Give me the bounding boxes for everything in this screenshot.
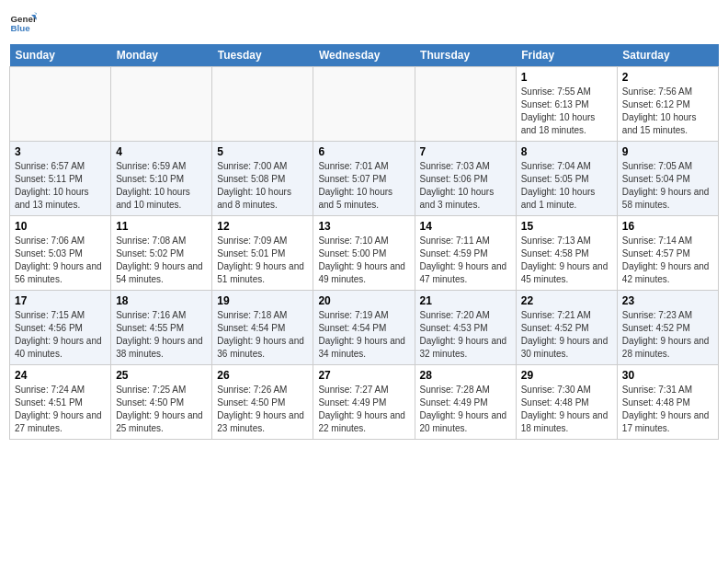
calendar-cell — [415, 67, 516, 142]
day-number: 21 — [420, 294, 511, 307]
day-number: 15 — [521, 220, 612, 233]
day-number: 4 — [116, 145, 207, 158]
page-header: General Blue — [9, 9, 719, 37]
day-number: 12 — [217, 220, 308, 233]
day-number: 1 — [521, 71, 612, 84]
calendar-cell: 5Sunrise: 7:00 AM Sunset: 5:08 PM Daylig… — [212, 142, 313, 216]
calendar-cell: 10Sunrise: 7:06 AM Sunset: 5:03 PM Dayli… — [10, 216, 111, 291]
day-info: Sunrise: 7:25 AM Sunset: 4:50 PM Dayligh… — [116, 384, 207, 435]
day-number: 11 — [116, 220, 207, 233]
day-info: Sunrise: 7:11 AM Sunset: 4:59 PM Dayligh… — [420, 235, 511, 286]
day-number: 5 — [217, 145, 308, 158]
calendar-cell: 24Sunrise: 7:24 AM Sunset: 4:51 PM Dayli… — [10, 365, 111, 440]
calendar-cell: 25Sunrise: 7:25 AM Sunset: 4:50 PM Dayli… — [111, 365, 212, 440]
day-info: Sunrise: 7:13 AM Sunset: 4:58 PM Dayligh… — [521, 235, 612, 286]
calendar-cell: 2Sunrise: 7:56 AM Sunset: 6:12 PM Daylig… — [617, 67, 718, 142]
day-number: 24 — [15, 369, 106, 382]
calendar-cell: 21Sunrise: 7:20 AM Sunset: 4:53 PM Dayli… — [415, 291, 516, 365]
day-number: 7 — [420, 145, 511, 158]
day-info: Sunrise: 7:20 AM Sunset: 4:53 PM Dayligh… — [420, 309, 511, 361]
day-info: Sunrise: 6:59 AM Sunset: 5:10 PM Dayligh… — [116, 160, 207, 212]
calendar-cell: 26Sunrise: 7:26 AM Sunset: 4:50 PM Dayli… — [212, 365, 313, 440]
day-number: 27 — [318, 369, 409, 382]
calendar-cell — [10, 67, 111, 142]
weekday-header: Tuesday — [212, 44, 313, 67]
day-info: Sunrise: 7:55 AM Sunset: 6:13 PM Dayligh… — [521, 86, 612, 137]
calendar-cell: 28Sunrise: 7:28 AM Sunset: 4:49 PM Dayli… — [415, 365, 516, 440]
day-info: Sunrise: 7:27 AM Sunset: 4:49 PM Dayligh… — [318, 384, 409, 435]
day-info: Sunrise: 7:56 AM Sunset: 6:12 PM Dayligh… — [622, 86, 713, 137]
day-number: 8 — [521, 145, 612, 158]
day-info: Sunrise: 7:09 AM Sunset: 5:01 PM Dayligh… — [217, 235, 308, 286]
day-info: Sunrise: 7:01 AM Sunset: 5:07 PM Dayligh… — [318, 160, 409, 212]
calendar-cell: 13Sunrise: 7:10 AM Sunset: 5:00 PM Dayli… — [313, 216, 415, 291]
day-info: Sunrise: 7:26 AM Sunset: 4:50 PM Dayligh… — [217, 384, 308, 435]
calendar-cell — [212, 67, 313, 142]
calendar-cell — [111, 67, 212, 142]
day-info: Sunrise: 7:19 AM Sunset: 4:54 PM Dayligh… — [318, 309, 409, 361]
day-number: 13 — [318, 220, 409, 233]
day-info: Sunrise: 7:04 AM Sunset: 5:05 PM Dayligh… — [521, 160, 612, 212]
day-info: Sunrise: 7:05 AM Sunset: 5:04 PM Dayligh… — [622, 160, 713, 212]
day-number: 16 — [622, 220, 713, 233]
day-number: 29 — [521, 369, 612, 382]
calendar-cell: 15Sunrise: 7:13 AM Sunset: 4:58 PM Dayli… — [516, 216, 617, 291]
day-number: 6 — [318, 145, 409, 158]
day-number: 14 — [420, 220, 511, 233]
logo: General Blue — [9, 9, 42, 37]
calendar-cell: 16Sunrise: 7:14 AM Sunset: 4:57 PM Dayli… — [617, 216, 718, 291]
calendar-cell: 4Sunrise: 6:59 AM Sunset: 5:10 PM Daylig… — [111, 142, 212, 216]
day-info: Sunrise: 7:24 AM Sunset: 4:51 PM Dayligh… — [15, 384, 106, 435]
day-info: Sunrise: 7:08 AM Sunset: 5:02 PM Dayligh… — [116, 235, 207, 286]
day-number: 19 — [217, 294, 308, 307]
day-number: 22 — [521, 294, 612, 307]
weekday-header: Friday — [516, 44, 617, 67]
calendar-cell: 1Sunrise: 7:55 AM Sunset: 6:13 PM Daylig… — [516, 67, 617, 142]
day-info: Sunrise: 7:28 AM Sunset: 4:49 PM Dayligh… — [420, 384, 511, 435]
calendar-cell: 22Sunrise: 7:21 AM Sunset: 4:52 PM Dayli… — [516, 291, 617, 365]
calendar-cell — [313, 67, 415, 142]
day-number: 26 — [217, 369, 308, 382]
day-info: Sunrise: 7:14 AM Sunset: 4:57 PM Dayligh… — [622, 235, 713, 286]
calendar-cell: 23Sunrise: 7:23 AM Sunset: 4:52 PM Dayli… — [617, 291, 718, 365]
calendar-cell: 19Sunrise: 7:18 AM Sunset: 4:54 PM Dayli… — [212, 291, 313, 365]
day-info: Sunrise: 7:31 AM Sunset: 4:48 PM Dayligh… — [622, 384, 713, 435]
weekday-header: Sunday — [10, 44, 111, 67]
calendar-cell: 12Sunrise: 7:09 AM Sunset: 5:01 PM Dayli… — [212, 216, 313, 291]
day-number: 23 — [622, 294, 713, 307]
calendar-cell: 6Sunrise: 7:01 AM Sunset: 5:07 PM Daylig… — [313, 142, 415, 216]
day-number: 10 — [15, 220, 106, 233]
calendar-table: SundayMondayTuesdayWednesdayThursdayFrid… — [9, 44, 719, 440]
day-number: 3 — [15, 145, 106, 158]
calendar-cell: 3Sunrise: 6:57 AM Sunset: 5:11 PM Daylig… — [10, 142, 111, 216]
day-number: 17 — [15, 294, 106, 307]
calendar-cell: 14Sunrise: 7:11 AM Sunset: 4:59 PM Dayli… — [415, 216, 516, 291]
day-number: 2 — [622, 71, 713, 84]
day-number: 28 — [420, 369, 511, 382]
day-info: Sunrise: 7:16 AM Sunset: 4:55 PM Dayligh… — [116, 309, 207, 361]
day-number: 20 — [318, 294, 409, 307]
day-info: Sunrise: 7:06 AM Sunset: 5:03 PM Dayligh… — [15, 235, 106, 286]
day-info: Sunrise: 7:10 AM Sunset: 5:00 PM Dayligh… — [318, 235, 409, 286]
calendar-cell: 9Sunrise: 7:05 AM Sunset: 5:04 PM Daylig… — [617, 142, 718, 216]
day-number: 9 — [622, 145, 713, 158]
day-info: Sunrise: 7:30 AM Sunset: 4:48 PM Dayligh… — [521, 384, 612, 435]
day-number: 18 — [116, 294, 207, 307]
weekday-header: Thursday — [415, 44, 516, 67]
calendar-cell: 30Sunrise: 7:31 AM Sunset: 4:48 PM Dayli… — [617, 365, 718, 440]
day-number: 25 — [116, 369, 207, 382]
logo-icon: General Blue — [9, 9, 37, 37]
weekday-header: Saturday — [617, 44, 718, 67]
calendar-cell: 20Sunrise: 7:19 AM Sunset: 4:54 PM Dayli… — [313, 291, 415, 365]
calendar-cell: 29Sunrise: 7:30 AM Sunset: 4:48 PM Dayli… — [516, 365, 617, 440]
calendar-cell: 27Sunrise: 7:27 AM Sunset: 4:49 PM Dayli… — [313, 365, 415, 440]
weekday-header: Monday — [111, 44, 212, 67]
calendar-cell: 11Sunrise: 7:08 AM Sunset: 5:02 PM Dayli… — [111, 216, 212, 291]
day-info: Sunrise: 7:23 AM Sunset: 4:52 PM Dayligh… — [622, 309, 713, 361]
day-number: 30 — [622, 369, 713, 382]
day-info: Sunrise: 7:00 AM Sunset: 5:08 PM Dayligh… — [217, 160, 308, 212]
day-info: Sunrise: 7:15 AM Sunset: 4:56 PM Dayligh… — [15, 309, 106, 361]
calendar-cell: 18Sunrise: 7:16 AM Sunset: 4:55 PM Dayli… — [111, 291, 212, 365]
calendar-cell: 17Sunrise: 7:15 AM Sunset: 4:56 PM Dayli… — [10, 291, 111, 365]
day-info: Sunrise: 6:57 AM Sunset: 5:11 PM Dayligh… — [15, 160, 106, 212]
